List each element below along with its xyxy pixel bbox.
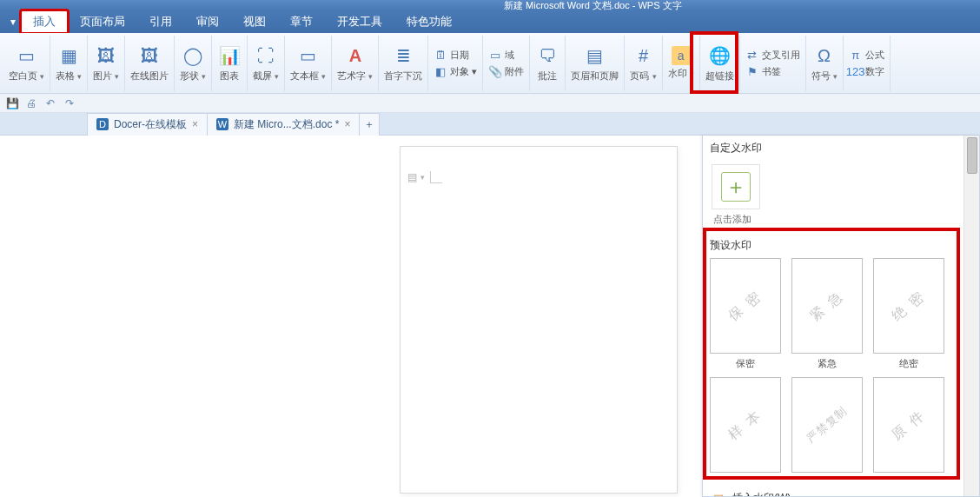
picture-button[interactable]: 🖼图片 ▾ xyxy=(88,36,125,91)
doctab-newdoc[interactable]: W 新建 Micro...文档.doc * × xyxy=(207,113,360,136)
symbol-button[interactable]: Ω符号 ▾ xyxy=(806,36,844,91)
label: 表格 xyxy=(56,70,75,81)
close-icon[interactable]: × xyxy=(344,118,350,130)
shape-icon: ◯ xyxy=(181,43,205,68)
tab-page-layout[interactable]: 页面布局 xyxy=(68,10,137,33)
watermark-button[interactable]: a水印 ▾ xyxy=(663,36,700,91)
wm-text: 样 本 xyxy=(725,405,766,444)
add-caption: 点击添加 xyxy=(703,213,963,226)
screenshot-icon: ⛶ xyxy=(254,43,278,68)
textbox-button[interactable]: ▭文本框 ▾ xyxy=(285,36,332,91)
plus-icon: ＋ xyxy=(721,172,751,202)
wm-label: 保密 xyxy=(710,357,781,370)
preset-topsecret[interactable]: 绝 密 xyxy=(873,258,944,354)
wordart-button[interactable]: A艺术字 ▾ xyxy=(332,36,379,91)
label: 交叉引用 xyxy=(762,49,800,62)
label: 对象 xyxy=(450,65,469,78)
docer-icon: D xyxy=(96,118,109,130)
wm-text: 紧 急 xyxy=(806,286,848,325)
custom-watermark-title: 自定义水印 xyxy=(703,136,963,161)
word-icon: W xyxy=(216,118,228,130)
bookmark-button[interactable]: ⚑书签 xyxy=(745,64,800,78)
shape-button[interactable]: ◯形状 ▾ xyxy=(175,36,212,91)
table-button[interactable]: ▦表格 ▾ xyxy=(50,36,88,91)
label: 批注 xyxy=(538,70,557,81)
tab-label: 章节 xyxy=(290,15,313,28)
crossref-button[interactable]: ⇄交叉引用 xyxy=(745,48,800,62)
comment-icon: 🗨 xyxy=(535,43,560,68)
symbol-icon: Ω xyxy=(812,43,837,68)
new-tab-button[interactable]: ＋ xyxy=(359,113,380,136)
field-button[interactable]: ▭域 xyxy=(488,48,524,62)
tab-view[interactable]: 视图 xyxy=(231,10,278,33)
close-icon[interactable]: × xyxy=(192,118,198,130)
field-icon: ▭ xyxy=(488,48,502,62)
preset-nocopy[interactable]: 严禁复制 xyxy=(791,377,863,473)
title-bar: 新建 Microsoft Word 文档.doc - WPS 文字 xyxy=(0,0,980,10)
date-icon: 🗓 xyxy=(434,48,447,62)
tab-references[interactable]: 引用 xyxy=(137,10,184,33)
label: 水印 xyxy=(668,68,687,78)
dropcap-button[interactable]: ≣首字下沉 xyxy=(379,36,428,91)
watermark-icon: a xyxy=(672,46,691,65)
document-page[interactable]: ▤▾ xyxy=(400,146,678,494)
hyperlink-icon: 🌐 xyxy=(707,43,732,68)
blank-page-button[interactable]: ▭空白页 ▾ xyxy=(3,36,50,91)
menu-tabs: ▾ 插入 页面布局 引用 审阅 视图 章节 开发工具 特色功能 xyxy=(0,10,980,33)
chart-icon: 📊 xyxy=(217,43,242,68)
tab-section[interactable]: 章节 xyxy=(278,10,325,33)
label: 数字 xyxy=(865,65,884,78)
label: 页眉和页脚 xyxy=(571,70,619,81)
undo-button[interactable]: ↶ xyxy=(43,96,57,110)
scrollbar-thumb[interactable] xyxy=(967,137,977,174)
label: 日期 xyxy=(450,49,469,62)
insert-watermark-icon: ▤ xyxy=(712,492,725,497)
watermark-menu: ▤ 插入水印(W) ▤ 删除文档中的水印(R) xyxy=(703,487,963,496)
label: 截屏 xyxy=(253,70,272,81)
chart-button[interactable]: 📊图表 xyxy=(212,36,248,91)
print-button[interactable]: 🖨 xyxy=(24,96,38,110)
attachment-button[interactable]: 📎附件 xyxy=(488,64,524,78)
wps-menu-caret[interactable]: ▾ xyxy=(5,16,21,28)
label: 形状 xyxy=(180,70,199,81)
hyperlink-button[interactable]: 🌐超链接 xyxy=(700,36,740,91)
page-marker: ▤▾ xyxy=(407,171,442,183)
crossref-icon: ⇄ xyxy=(745,48,759,62)
number-button[interactable]: 123数字 xyxy=(849,64,884,78)
doctab-docer[interactable]: D Docer-在线模板 × xyxy=(87,113,208,136)
screenshot-button[interactable]: ⛶截屏 ▾ xyxy=(248,36,285,91)
tab-special[interactable]: 特色功能 xyxy=(394,10,464,33)
online-picture-button[interactable]: 🖼在线图片 xyxy=(125,36,175,91)
label: 图片 xyxy=(93,70,112,81)
label: 在线图片 xyxy=(130,70,169,81)
textbox-icon: ▭ xyxy=(296,43,321,68)
online-picture-icon: 🖼 xyxy=(137,43,162,68)
equation-number-group: π公式 123数字 xyxy=(844,36,891,91)
label: 图表 xyxy=(220,70,239,81)
preset-sample[interactable]: 样 本 xyxy=(710,377,781,473)
preset-confidential[interactable]: 保 密 xyxy=(710,258,781,354)
crossref-bookmark-group: ⇄交叉引用 ⚑书签 xyxy=(740,36,806,91)
object-button[interactable]: ◧对象 ▾ xyxy=(434,64,477,78)
picture-icon: 🖼 xyxy=(94,43,118,68)
scrollbar[interactable] xyxy=(963,136,979,496)
preset-original[interactable]: 原 件 xyxy=(873,377,944,473)
comment-button[interactable]: 🗨批注 xyxy=(530,36,566,91)
tab-review[interactable]: 审阅 xyxy=(184,10,231,33)
redo-button[interactable]: ↷ xyxy=(63,96,76,110)
date-button[interactable]: 🗓日期 xyxy=(434,48,477,62)
workspace: ▤▾ 自定义水印 ＋ 点击添加 预设水印 保 密 保密 紧 急 紧急 xyxy=(0,136,980,497)
doctab-label: Docer-在线模板 xyxy=(114,117,187,132)
wm-text: 原 件 xyxy=(888,405,930,444)
add-watermark-button[interactable]: ＋ xyxy=(712,164,760,209)
tab-insert[interactable]: 插入 xyxy=(21,10,68,33)
menu-insert-watermark[interactable]: ▤ 插入水印(W) xyxy=(703,487,963,496)
header-footer-button[interactable]: ▤页眉和页脚 xyxy=(566,36,625,91)
table-icon: ▦ xyxy=(56,43,81,68)
equation-button[interactable]: π公式 xyxy=(849,48,884,62)
save-button[interactable]: 💾 xyxy=(5,96,19,110)
tab-developer[interactable]: 开发工具 xyxy=(325,10,394,33)
page-number-button[interactable]: #页码 ▾ xyxy=(625,36,662,91)
preset-urgent[interactable]: 紧 急 xyxy=(791,258,863,354)
label: 艺术字 xyxy=(337,70,366,81)
